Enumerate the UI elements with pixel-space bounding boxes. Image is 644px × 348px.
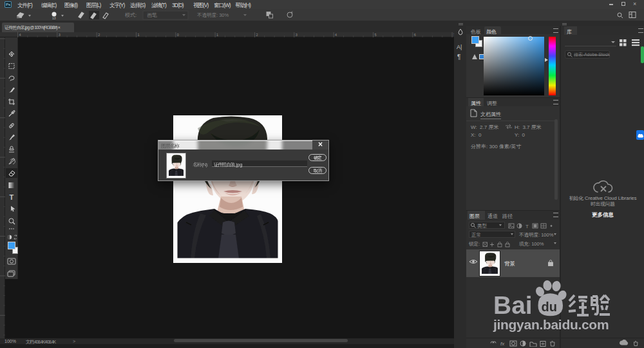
svg-text:2: 2 (256, 33, 258, 37)
svg-text:fx: fx (500, 341, 505, 347)
svg-text:A|: A| (457, 44, 462, 50)
svg-text:4: 4 (335, 33, 337, 37)
svg-text:1: 1 (138, 33, 140, 37)
svg-text:4: 4 (19, 33, 21, 37)
svg-text:2: 2 (98, 33, 100, 37)
svg-text:0: 0 (177, 33, 179, 37)
svg-text:模式:: 模式: (125, 12, 137, 18)
svg-text:13: 13 (52, 16, 56, 20)
svg-text:不透明度: 30%: 不透明度: 30% (197, 12, 229, 18)
svg-text:5: 5 (375, 33, 377, 37)
svg-text:3: 3 (296, 33, 298, 37)
svg-text:6: 6 (414, 33, 416, 37)
svg-text:3: 3 (59, 33, 61, 37)
svg-text:T: T (526, 224, 529, 229)
svg-text:¶: ¶ (457, 53, 460, 61)
svg-text:1: 1 (216, 33, 218, 37)
svg-text:画笔: 画笔 (147, 12, 157, 18)
svg-text:T: T (10, 193, 14, 201)
